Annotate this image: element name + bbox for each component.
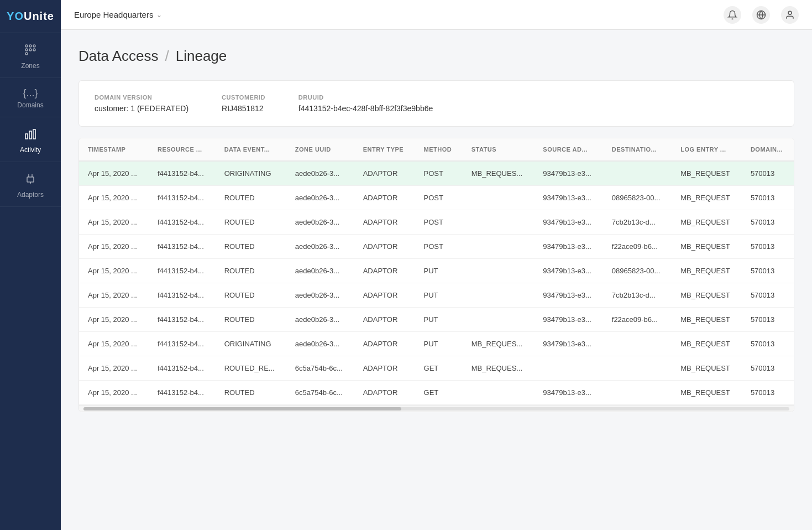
table-cell: aede0b26-3... (286, 235, 354, 259)
table-cell: ORIGINATING (216, 161, 286, 186)
sidebar-item-activity-label: Activity (20, 146, 41, 154)
sidebar-item-activity[interactable]: Activity (0, 117, 61, 162)
notification-bell-button[interactable] (724, 6, 741, 24)
table-cell: MB_REQUES... (463, 356, 535, 381)
table-cell: ROUTED_RE... (216, 356, 286, 381)
table-row[interactable]: Apr 15, 2020 ...f4413152-b4...ROUTEDaede… (79, 210, 794, 235)
col-header-method: METHOD (415, 138, 463, 161)
table-cell: aede0b26-3... (286, 308, 354, 332)
table-cell: ROUTED (216, 283, 286, 308)
sidebar-item-domains[interactable]: {...} Domains (0, 78, 61, 117)
table-cell: 7cb2b13c-d... (603, 283, 672, 308)
table-cell: PUT (415, 259, 463, 283)
sidebar-item-adaptors[interactable]: Adaptors (0, 162, 61, 207)
app-logo[interactable]: YOUnite (0, 0, 61, 33)
customer-id-label: customerId (222, 94, 265, 101)
svg-point-6 (25, 53, 28, 55)
table-wrapper[interactable]: TIMESTAMPRESOURCE ...DATA EVENT...ZONE U… (79, 138, 794, 405)
table-cell: f4413152-b4... (149, 332, 216, 356)
domains-icon: {...} (23, 88, 38, 98)
user-avatar-button[interactable] (781, 6, 799, 24)
horizontal-scrollbar[interactable] (79, 405, 794, 412)
table-cell: ROUTED (216, 210, 286, 235)
svg-point-3 (25, 49, 28, 51)
col-header-status: STATUS (463, 138, 535, 161)
breadcrumb: Data Access / Lineage (78, 48, 794, 65)
table-cell: ADAPTOR (354, 332, 415, 356)
svg-rect-10 (27, 177, 34, 182)
table-cell (463, 308, 535, 332)
table-cell: Apr 15, 2020 ... (79, 186, 149, 210)
table-row[interactable]: Apr 15, 2020 ...f4413152-b4...ORIGINATIN… (79, 161, 794, 186)
col-header-log-entry----: LOG ENTRY ... (672, 138, 742, 161)
table-cell: 570013 (742, 186, 794, 210)
topbar-actions (724, 6, 799, 24)
table-row[interactable]: Apr 15, 2020 ...f4413152-b4...ROUTEDaede… (79, 259, 794, 283)
table-row[interactable]: Apr 15, 2020 ...f4413152-b4...ORIGINATIN… (79, 332, 794, 356)
table-cell: 93479b13-e3... (534, 186, 603, 210)
table-cell (463, 283, 535, 308)
scrollbar-thumb (83, 407, 401, 411)
svg-point-0 (25, 45, 28, 47)
table-cell: 93479b13-e3... (534, 381, 603, 405)
adaptors-icon (24, 172, 37, 188)
table-cell: 7cb2b13c-d... (603, 210, 672, 235)
table-cell (603, 332, 672, 356)
table-cell: f22ace09-b6... (603, 235, 672, 259)
table-cell: GET (415, 381, 463, 405)
table-cell: f4413152-b4... (149, 161, 216, 186)
table-cell: ADAPTOR (354, 308, 415, 332)
globe-icon-button[interactable] (752, 6, 770, 24)
table-cell: ADAPTOR (354, 186, 415, 210)
sidebar-item-zones[interactable]: Zones (0, 33, 61, 78)
table-cell: PUT (415, 332, 463, 356)
table-cell (463, 259, 535, 283)
table-cell: POST (415, 186, 463, 210)
page-title-sub: Lineage (176, 48, 227, 65)
col-header-source-ad---: SOURCE AD... (534, 138, 603, 161)
table-cell: MB_REQUEST (672, 210, 742, 235)
table-cell: 570013 (742, 308, 794, 332)
table-cell: MB_REQUEST (672, 356, 742, 381)
table-row[interactable]: Apr 15, 2020 ...f4413152-b4...ROUTEDaede… (79, 186, 794, 210)
col-header-destinatio---: DESTINATIO... (603, 138, 672, 161)
col-header-resource----: RESOURCE ... (149, 138, 216, 161)
table-row[interactable]: Apr 15, 2020 ...f4413152-b4...ROUTEDaede… (79, 235, 794, 259)
table-cell: Apr 15, 2020 ... (79, 356, 149, 381)
table-cell: GET (415, 356, 463, 381)
table-cell: 93479b13-e3... (534, 332, 603, 356)
domain-version-value: customer: 1 (FEDERATED) (95, 104, 188, 113)
table-cell: Apr 15, 2020 ... (79, 161, 149, 186)
table-cell: Apr 15, 2020 ... (79, 259, 149, 283)
svg-rect-9 (33, 129, 35, 139)
table-cell: Apr 15, 2020 ... (79, 332, 149, 356)
table-cell: PUT (415, 308, 463, 332)
customer-id-field: customerId RIJ4851812 (222, 94, 265, 113)
table-cell: ROUTED (216, 186, 286, 210)
scrollbar-track (83, 407, 789, 411)
table-cell: MB_REQUEST (672, 259, 742, 283)
table-cell: 93479b13-e3... (534, 210, 603, 235)
table-cell: Apr 15, 2020 ... (79, 308, 149, 332)
table-cell (603, 381, 672, 405)
svg-point-5 (33, 49, 35, 51)
table-cell: MB_REQUEST (672, 186, 742, 210)
table-row[interactable]: Apr 15, 2020 ...f4413152-b4...ROUTEDaede… (79, 283, 794, 308)
table-cell: 93479b13-e3... (534, 308, 603, 332)
table-row[interactable]: Apr 15, 2020 ...f4413152-b4...ROUTED_RE.… (79, 356, 794, 381)
table-cell: ROUTED (216, 381, 286, 405)
table-cell: f4413152-b4... (149, 259, 216, 283)
table-row[interactable]: Apr 15, 2020 ...f4413152-b4...ROUTED6c5a… (79, 381, 794, 405)
sidebar-item-zones-label: Zones (21, 62, 39, 70)
svg-point-4 (29, 49, 32, 51)
table-row[interactable]: Apr 15, 2020 ...f4413152-b4...ROUTEDaede… (79, 308, 794, 332)
svg-rect-7 (25, 134, 28, 139)
workspace-selector[interactable]: Europe Headquarters ⌄ (74, 10, 162, 19)
table-cell (603, 161, 672, 186)
table-cell: Apr 15, 2020 ... (79, 283, 149, 308)
table-cell: POST (415, 210, 463, 235)
table-cell: POST (415, 235, 463, 259)
druuid-field: DRUUID f4413152-b4ec-428f-8bff-82f3f3e9b… (298, 94, 433, 113)
page-content: Data Access / Lineage Domain Version cus… (61, 30, 812, 530)
col-header-data-event---: DATA EVENT... (216, 138, 286, 161)
